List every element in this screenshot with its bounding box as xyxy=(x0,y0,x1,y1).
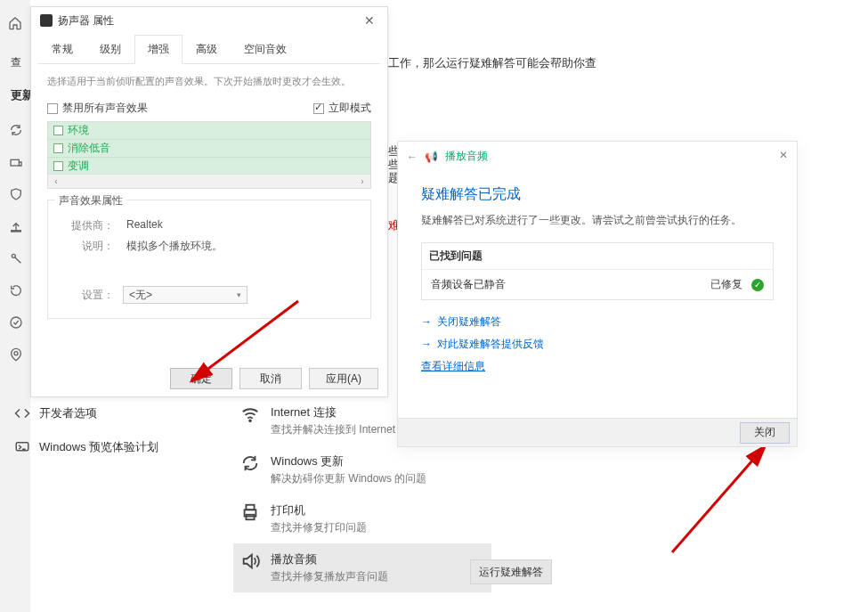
sidebar-item-insider[interactable]: Windows 预览体验计划 xyxy=(7,434,166,461)
svg-point-8 xyxy=(249,420,251,421)
speaker-icon: 📢 xyxy=(425,151,438,163)
arrow-right-icon: → xyxy=(421,315,432,328)
fieldset-legend: 声音效果属性 xyxy=(55,193,126,208)
tab-levels[interactable]: 级别 xyxy=(86,35,134,64)
apply-button[interactable]: 应用(A) xyxy=(309,368,378,389)
close-troubleshooter-link[interactable]: →关闭疑难解答 xyxy=(421,314,774,330)
disable-all-effects-checkbox[interactable]: 禁用所有声音效果 xyxy=(47,101,148,116)
annotation-arrow-icon xyxy=(659,437,783,561)
findmy-icon xyxy=(9,347,23,362)
ts-title: 播放音频 xyxy=(271,551,388,567)
tab-spatial[interactable]: 空间音效 xyxy=(231,35,300,64)
svg-point-3 xyxy=(11,317,21,328)
troubleshoot-icon xyxy=(9,251,23,265)
recovery-icon xyxy=(9,283,23,298)
issue-label: 音频设备已静音 xyxy=(431,277,506,292)
ts-desc: 查找并解决连接到 Internet 或 xyxy=(271,422,409,437)
checkbox-icon[interactable] xyxy=(53,161,63,171)
setting-combobox[interactable]: <无> ▾ xyxy=(123,286,247,304)
chevron-left-icon[interactable]: ‹ xyxy=(50,176,62,186)
tab-enhancements[interactable]: 增强 xyxy=(134,35,183,64)
effect-properties-fieldset: 声音效果属性 提供商：Realtek 说明：模拟多个播放环境。 设置： <无> … xyxy=(47,200,371,319)
description-value: 模拟多个播放环境。 xyxy=(126,239,223,254)
ts-item-printer[interactable]: 打印机查找并修复打印问题 xyxy=(233,494,491,543)
backup-icon xyxy=(9,219,23,233)
checkbox-icon[interactable] xyxy=(53,126,63,135)
close-icon[interactable]: ✕ xyxy=(357,12,382,29)
ts-crumb: 播放音频 xyxy=(445,149,488,164)
chevron-right-icon[interactable]: › xyxy=(356,176,369,186)
ts-desc: 查找并修复打印问题 xyxy=(271,520,367,535)
back-icon[interactable]: ← xyxy=(407,151,418,163)
close-button[interactable]: 关闭 xyxy=(740,422,790,444)
search-cut[interactable]: 查 xyxy=(11,55,21,70)
issue-row[interactable]: 音频设备已静音 已修复 ✓ xyxy=(422,270,773,299)
checkbox-icon xyxy=(47,103,58,114)
sidebar-item-label: Windows 预览体验计划 xyxy=(39,439,158,455)
ts-desc: 解决妨碍你更新 Windows 的问题 xyxy=(271,471,426,486)
effect-item: 环境 xyxy=(48,122,370,139)
effect-item: 消除低音 xyxy=(48,139,370,157)
immediate-mode-checkbox[interactable]: 立即模式 xyxy=(313,101,371,116)
ok-button[interactable]: 确定 xyxy=(170,368,232,389)
update-icon xyxy=(240,453,260,473)
horizontal-scrollbar[interactable]: ‹ › xyxy=(48,174,370,188)
ts-summary: 疑难解答已对系统进行了一些更改。请尝试之前曾尝试执行的任务。 xyxy=(421,213,774,228)
effect-item: 变调 xyxy=(48,157,370,174)
check-circle-icon: ✓ xyxy=(751,279,764,291)
sidebar-item-developer[interactable]: 开发者选项 xyxy=(7,400,104,427)
activation-icon xyxy=(9,315,23,330)
feedback-link[interactable]: →对此疑难解答提供反馈 xyxy=(421,337,774,352)
effects-listbox[interactable]: 环境 消除低音 变调 均衡器 ‹ › xyxy=(47,121,371,189)
sync-icon xyxy=(9,123,23,137)
ts-item-audio[interactable]: 播放音频查找并修复播放声音问题 xyxy=(233,543,491,592)
insider-icon xyxy=(14,439,30,455)
speaker-icon xyxy=(40,14,53,27)
title-bar: 扬声器 属性 ✕ xyxy=(31,7,387,34)
svg-rect-0 xyxy=(11,159,19,166)
printer-icon xyxy=(240,502,260,522)
provider-value: Realtek xyxy=(126,218,163,233)
disable-all-label: 禁用所有声音效果 xyxy=(62,101,148,116)
checkbox-icon[interactable] xyxy=(53,143,63,153)
dev-icon xyxy=(14,405,30,421)
enhancement-hint: 选择适用于当前侦听配置的声音效果。下次开始播放时更改才会生效。 xyxy=(47,75,371,88)
sidebar-item-label: 开发者选项 xyxy=(39,405,97,421)
troubleshooter-window: ← 📢 播放音频 ✕ 疑难解答已完成 疑难解答已对系统进行了一些更改。请尝试之前… xyxy=(397,141,798,447)
close-icon[interactable]: ✕ xyxy=(779,149,788,164)
ts-title: 打印机 xyxy=(271,502,367,518)
run-troubleshooter-button[interactable]: 运行疑难解答 xyxy=(470,559,552,584)
tab-general[interactable]: 常规 xyxy=(38,35,86,64)
ts-item-windows-update[interactable]: Windows 更新解决妨碍你更新 Windows 的问题 xyxy=(233,445,491,494)
issues-found-header: 已找到问题 xyxy=(422,243,773,270)
delivery-icon xyxy=(9,155,23,169)
peek-description: 正常工作，那么运行疑难解答可能会帮助你查 xyxy=(365,55,596,71)
provider-key: 提供商： xyxy=(61,218,114,233)
ts-title: Windows 更新 xyxy=(271,453,426,469)
chevron-down-icon: ▾ xyxy=(237,290,241,299)
checkbox-icon xyxy=(313,103,324,114)
setting-key: 设置： xyxy=(61,288,114,303)
speaker-icon xyxy=(240,551,260,571)
speaker-properties-dialog: 扬声器 属性 ✕ 常规 级别 增强 高级 空间音效 选择适用于当前侦听配置的声音… xyxy=(30,6,388,397)
description-key: 说明： xyxy=(61,239,114,254)
dialog-title: 扬声器 属性 xyxy=(58,13,114,29)
ts-heading: 疑难解答已完成 xyxy=(421,185,774,204)
svg-line-7 xyxy=(672,445,766,552)
arrow-right-icon: → xyxy=(421,338,432,350)
svg-rect-1 xyxy=(12,231,21,232)
svg-point-4 xyxy=(14,352,18,355)
view-details-link[interactable]: 查看详细信息 xyxy=(421,360,485,372)
ts-desc: 查找并修复播放声音问题 xyxy=(271,569,388,584)
svg-rect-10 xyxy=(246,505,254,510)
tab-advanced[interactable]: 高级 xyxy=(183,35,231,64)
immediate-label: 立即模式 xyxy=(329,101,371,116)
ts-title: Internet 连接 xyxy=(271,404,409,420)
setting-value: <无> xyxy=(129,288,152,303)
cancel-button[interactable]: 取消 xyxy=(239,368,302,389)
home-icon[interactable] xyxy=(0,5,30,41)
dialog-tabs: 常规 级别 增强 高级 空间音效 xyxy=(38,34,380,64)
shield-icon xyxy=(9,187,23,201)
wifi-icon xyxy=(240,404,260,424)
issue-status: 已修复 xyxy=(710,277,742,292)
